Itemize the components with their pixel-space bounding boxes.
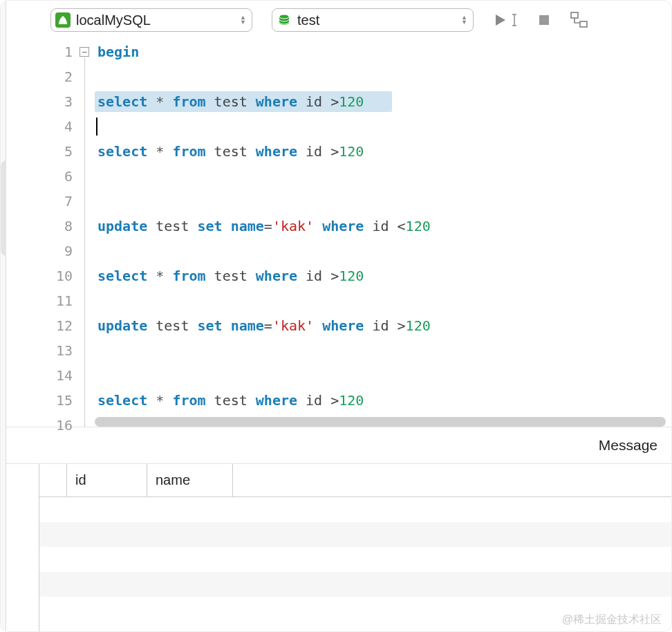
line-number: 2	[6, 64, 73, 89]
svg-rect-2	[539, 15, 549, 25]
line-number: 13	[6, 338, 73, 363]
database-icon	[277, 12, 292, 28]
column-header-id[interactable]: id	[67, 464, 147, 496]
code-line[interactable]	[97, 288, 671, 313]
code-line[interactable]: update test set name='kak' where id >120	[97, 313, 671, 338]
line-number: 15	[6, 388, 73, 413]
row-header-blank	[39, 464, 67, 496]
window-left-gutter	[1, 1, 6, 631]
explain-button[interactable]	[570, 12, 588, 28]
sql-editor[interactable]: 12345678910111213141516 − beginselect * …	[6, 39, 671, 427]
line-number-gutter: 12345678910111213141516	[6, 39, 80, 427]
table-row[interactable]	[39, 572, 671, 597]
line-number: 6	[6, 164, 73, 189]
stop-button[interactable]	[537, 13, 551, 27]
column-header-name[interactable]: name	[147, 464, 233, 496]
svg-rect-3	[571, 12, 578, 18]
connection-name: localMySQL	[76, 12, 234, 28]
code-line[interactable]	[97, 64, 671, 89]
database-selector[interactable]: test ▲▼	[272, 8, 474, 32]
line-number: 8	[6, 214, 73, 239]
code-line[interactable]: select * from test where id >120	[97, 388, 671, 413]
mysql-leaf-icon	[55, 12, 71, 28]
results-header: id name	[39, 464, 671, 497]
line-number: 7	[6, 189, 73, 214]
code-line[interactable]	[97, 338, 671, 363]
stepper-icon: ▲▼	[240, 15, 246, 25]
code-line[interactable]: begin	[97, 39, 671, 64]
fold-guide	[84, 57, 85, 427]
line-number: 1	[6, 39, 73, 64]
code-line[interactable]: select * from test where id >120	[97, 89, 671, 114]
code-line[interactable]	[97, 363, 671, 388]
results-grid[interactable]: id name	[39, 464, 671, 631]
text-cursor-icon	[511, 12, 518, 28]
line-number: 10	[6, 263, 73, 288]
table-row[interactable]	[39, 522, 671, 547]
code-line[interactable]	[97, 114, 671, 139]
fold-column: −	[80, 39, 95, 427]
svg-rect-4	[580, 21, 587, 27]
code-line[interactable]	[97, 189, 671, 214]
code-line[interactable]: update test set name='kak' where id <120	[97, 214, 671, 239]
code-line[interactable]	[97, 413, 671, 438]
line-number: 3	[6, 89, 73, 114]
toolbar: localMySQL ▲▼ test ▲▼	[6, 1, 671, 39]
line-number: 4	[6, 114, 73, 139]
table-row[interactable]	[39, 497, 671, 522]
code-area[interactable]: beginselect * from test where id >120sel…	[95, 39, 671, 427]
code-line[interactable]: select * from test where id >120	[97, 263, 671, 288]
watermark: @稀土掘金技术社区	[562, 613, 662, 627]
code-line[interactable]	[97, 164, 671, 189]
results-rows	[39, 497, 671, 622]
stepper-icon: ▲▼	[461, 15, 467, 25]
line-number: 9	[6, 239, 73, 263]
code-line[interactable]: select * from test where id >120	[97, 139, 671, 164]
fold-toggle[interactable]: −	[80, 47, 89, 57]
code-line[interactable]	[97, 239, 671, 263]
run-button[interactable]	[493, 12, 518, 28]
database-name: test	[297, 12, 456, 28]
line-number: 14	[6, 363, 73, 388]
connection-selector[interactable]: localMySQL ▲▼	[50, 8, 252, 32]
message-label: Message	[599, 437, 657, 454]
table-row[interactable]	[39, 547, 671, 572]
line-number: 16	[6, 413, 73, 438]
line-number: 5	[6, 139, 73, 164]
line-number: 11	[6, 288, 73, 313]
results-row-gutter	[6, 464, 39, 631]
results-panel: id name	[6, 464, 671, 631]
line-number: 12	[6, 313, 73, 338]
